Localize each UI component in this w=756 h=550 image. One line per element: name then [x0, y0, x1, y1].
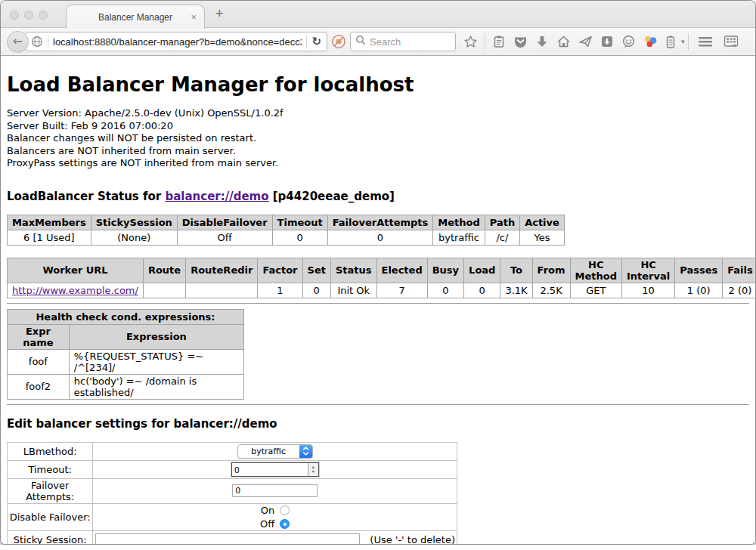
table-row: foof %{REQUEST_STATUS} =~ /^[234]/ — [8, 349, 244, 374]
blocked-content-icon[interactable] — [331, 34, 346, 49]
form-row-sticky: Sticky Session: (Use '-' to delete) — [8, 530, 457, 545]
timeout-input[interactable]: 0 ▴▾ — [231, 462, 319, 477]
balancer-status-table: MaxMembers StickySession DisableFailover… — [7, 215, 565, 246]
col-method: Method — [433, 215, 485, 230]
page-title: Load Balancer Manager for localhost — [7, 56, 749, 96]
failover-attempts-label: Failover Attempts: — [8, 478, 93, 503]
search-bar[interactable]: Search — [350, 32, 456, 51]
clipboard-icon[interactable] — [492, 35, 506, 48]
search-icon — [355, 35, 366, 48]
server-version-line: Server Version: Apache/2.5.0-dev (Unix) … — [7, 107, 749, 120]
lbmethod-selected-value: bytraffic — [238, 446, 299, 456]
notice-line: Balancer changes will NOT be persisted o… — [7, 132, 749, 145]
urlbar-divider — [48, 35, 48, 48]
col-worker-url: Worker URL — [8, 258, 144, 283]
server-info: Server Version: Apache/2.5.0-dev (Unix) … — [7, 107, 749, 170]
sticky-session-input[interactable] — [95, 533, 360, 545]
col-path: Path — [485, 215, 519, 230]
minimize-window-button[interactable] — [24, 11, 33, 20]
toolbar-divider — [688, 33, 689, 50]
browser-window: Balancer Manager × + ← localhost:8880/ba… — [0, 0, 756, 545]
radio-on[interactable] — [280, 505, 290, 515]
colored-dots-icon[interactable] — [643, 35, 658, 48]
form-row-lbmethod: LBmethod: bytraffic — [8, 442, 457, 460]
worker-url-link[interactable]: http://www.example.com/ — [12, 285, 138, 296]
grid-icon[interactable] — [723, 35, 739, 48]
table-header-row: MaxMembers StickySession DisableFailover… — [8, 215, 565, 230]
search-placeholder: Search — [370, 36, 401, 48]
send-icon[interactable] — [578, 35, 593, 48]
server-built-line: Server Built: Feb 9 2016 07:00:20 — [7, 120, 749, 133]
worker-table: Worker URL Route RouteRedir Factor Set S… — [7, 258, 755, 298]
pocket-icon[interactable] — [513, 35, 528, 48]
form-row-failover: Failover Attempts: — [8, 478, 457, 503]
lbmethod-select[interactable]: bytraffic — [237, 444, 313, 459]
loadbalancer-status-heading: LoadBalancer Status for balancer://demo … — [7, 190, 749, 203]
chevron-down-icon[interactable]: ▾ — [681, 38, 685, 45]
failover-attempts-input[interactable] — [232, 484, 318, 497]
hamburger-menu-icon[interactable] — [698, 36, 713, 48]
home-icon[interactable] — [556, 35, 571, 48]
col-expression: Expression — [69, 324, 243, 349]
edit-settings-heading: Edit balancer settings for balancer://de… — [7, 417, 749, 431]
sticky-session-note: (Use '-' to delete) — [370, 534, 455, 545]
new-tab-button[interactable]: + — [215, 6, 224, 22]
form-row-timeout: Timeout: 0 ▴▾ — [8, 460, 457, 478]
close-window-button[interactable] — [10, 11, 19, 20]
tab-bar: Balancer Manager × + — [1, 1, 755, 28]
select-stepper-icon — [299, 445, 312, 458]
form-row-disable-failover: Disable Failover: On Off — [8, 503, 457, 530]
download-arrow-icon[interactable] — [535, 35, 549, 48]
divider — [7, 303, 749, 304]
col-disablefailover: DisableFailover — [177, 215, 272, 230]
col-failoverattempts: FailoverAttempts — [327, 215, 433, 230]
tab-title: Balancer Manager — [98, 12, 172, 23]
star-icon[interactable] — [463, 35, 478, 49]
sticky-session-label: Sticky Session: — [8, 530, 93, 545]
col-timeout: Timeout — [272, 215, 327, 230]
navigation-toolbar: ← localhost:8880/balancer-manager?b=demo… — [1, 28, 755, 56]
health-table-title: Health check cond. expressions: — [8, 309, 244, 324]
number-spinner-icon[interactable]: ▴▾ — [308, 463, 318, 476]
divider — [7, 404, 749, 406]
url-text: localhost:8880/balancer-manager?b=demo&n… — [53, 36, 302, 48]
url-bar[interactable]: localhost:8880/balancer-manager?b=demo&n… — [25, 32, 327, 51]
page-content: Load Balancer Manager for localhost Serv… — [1, 56, 755, 545]
status-heading-prefix: LoadBalancer Status for — [7, 190, 165, 203]
health-check-table: Health check cond. expressions: Expr nam… — [7, 309, 244, 400]
globe-icon — [31, 36, 43, 48]
edit-balancer-form: LBmethod: bytraffic Timeout: 0 ▴▾ — [7, 442, 457, 545]
battery-icon[interactable] — [665, 35, 676, 49]
radio-on-label: On — [261, 505, 274, 516]
table-header-row: Worker URL Route RouteRedir Factor Set S… — [8, 258, 756, 283]
disable-failover-radios: On Off — [260, 505, 290, 530]
browser-tab[interactable]: Balancer Manager × — [66, 5, 205, 29]
status-heading-suffix: [p4420eeae_demo] — [269, 190, 395, 203]
urlbar-divider — [306, 35, 307, 48]
zoom-window-button[interactable] — [39, 11, 48, 20]
back-button[interactable]: ← — [7, 31, 29, 53]
notice-line: ProxyPass settings are NOT inherited fro… — [7, 157, 749, 170]
col-expr-name: Expr name — [8, 324, 70, 349]
notice-line: Balancers are NOT inherited from main se… — [7, 145, 749, 158]
balancer-demo-link[interactable]: balancer://demo — [165, 190, 268, 203]
radio-off-label: Off — [260, 518, 274, 530]
lbmethod-label: LBmethod: — [8, 442, 93, 460]
timeout-label: Timeout: — [8, 460, 93, 478]
table-header-row: Expr name Expression — [8, 324, 244, 349]
col-stickysession: StickySession — [91, 215, 177, 230]
chat-smiley-icon[interactable] — [621, 35, 636, 48]
disable-failover-label: Disable Failover: — [8, 503, 93, 530]
col-active: Active — [520, 215, 565, 230]
radio-off[interactable] — [280, 519, 290, 529]
col-maxmembers: MaxMembers — [8, 215, 91, 230]
reload-icon[interactable]: ↻ — [311, 35, 321, 48]
square-download-icon[interactable] — [600, 35, 614, 48]
table-row: 6 [1 Used] (None) Off 0 0 bytraffic /c/ … — [8, 230, 565, 245]
timeout-value: 0 — [232, 463, 308, 476]
window-controls — [10, 11, 48, 20]
table-row: http://www.example.com/ 1 0 Init Ok 7 0 … — [8, 283, 756, 298]
table-header-row: Health check cond. expressions: — [8, 309, 244, 324]
toolbar-divider — [485, 33, 485, 50]
tab-close-icon[interactable]: × — [191, 11, 197, 23]
